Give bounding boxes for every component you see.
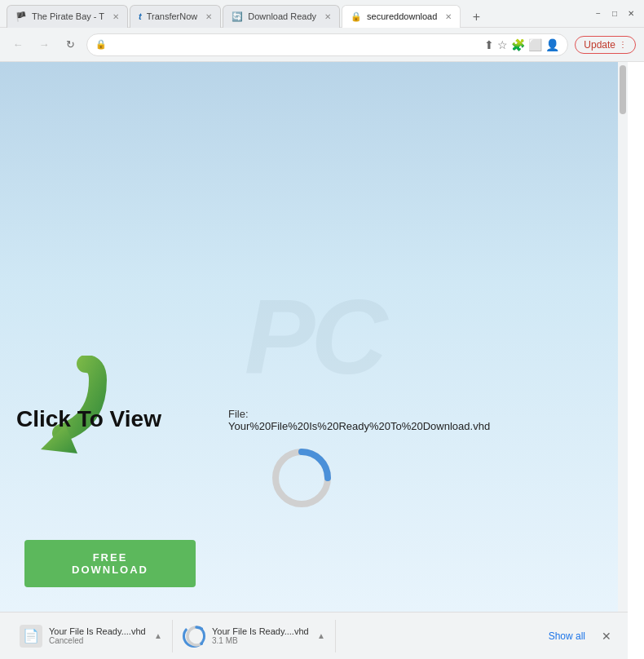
piratebay-tab-close[interactable]: ✕ — [112, 12, 119, 21]
download-bar: 📄 Your File Is Ready....vhd Canceled ▲ Y… — [0, 612, 628, 659]
tab-secureddownload[interactable]: 🔒 secureddownload ✕ — [342, 5, 461, 28]
download-item-1-status: Canceled — [49, 636, 148, 645]
spinner-icon — [185, 625, 203, 648]
lock-icon: 🔒 — [95, 39, 107, 50]
file-icon: 📄 — [23, 628, 39, 644]
update-label: Update — [584, 39, 615, 51]
download-item-2-spinner — [183, 625, 205, 648]
download-item-1-info: Your File Is Ready....vhd Canceled — [49, 626, 148, 645]
download-bar-close-button[interactable]: ✕ — [595, 630, 618, 643]
back-button[interactable]: ← — [8, 35, 28, 55]
progress-circle-icon — [269, 445, 334, 511]
downloadready-tab-icon: 🔄 — [232, 11, 243, 22]
address-bar-row: ← → ↻ 🔒 ⬆ ☆ 🧩 ⬜ 👤 Update ⋮ — [0, 28, 644, 62]
close-button[interactable]: ✕ — [624, 7, 637, 20]
transfernow-tab-label: TransferNow — [147, 11, 198, 21]
address-input[interactable]: 🔒 ⬆ ☆ 🧩 ⬜ 👤 — [86, 33, 568, 56]
file-info: File: Your%20File%20Is%20Ready%20To%20Do… — [228, 408, 490, 432]
secureddownload-tab-icon: 🔒 — [351, 11, 362, 22]
download-item-2-name: Your File Is Ready....vhd — [212, 626, 311, 636]
extensions-icon[interactable]: 🧩 — [511, 38, 525, 51]
update-button[interactable]: Update ⋮ — [575, 36, 636, 54]
download-item-1-chevron[interactable]: ▲ — [154, 631, 162, 640]
scrollbar-thumb[interactable] — [620, 65, 626, 114]
transfernow-tab-close[interactable]: ✕ — [205, 12, 212, 21]
title-bar: 🏴 The Pirate Bay - T ✕ t TransferNow ✕ 🔄… — [0, 0, 644, 28]
download-item-2: Your File Is Ready....vhd 3.1 MB ▲ — [173, 620, 336, 652]
piratebay-tab-label: The Pirate Bay - T — [32, 11, 104, 21]
file-label: File: — [228, 408, 490, 420]
downloadready-tab-label: Download Ready — [248, 11, 316, 21]
watermark: PC — [245, 276, 384, 398]
progress-circle-container — [269, 445, 334, 514]
new-tab-button[interactable]: + — [465, 7, 487, 28]
forward-button[interactable]: → — [34, 35, 54, 55]
star-icon[interactable]: ☆ — [497, 38, 508, 51]
tab-transfernow[interactable]: t TransferNow ✕ — [130, 5, 221, 28]
minimize-button[interactable]: − — [592, 7, 605, 20]
tab-piratebay[interactable]: 🏴 The Pirate Bay - T ✕ — [7, 5, 128, 28]
transfernow-tab-icon: t — [139, 11, 142, 21]
scrollbar[interactable] — [618, 62, 628, 612]
address-actions: ⬆ ☆ 🧩 ⬜ 👤 — [484, 38, 559, 51]
download-btn-container: FREE DOWNLOAD — [24, 540, 196, 587]
file-name: Your%20File%20Is%20Ready%20To%20Download… — [228, 420, 490, 432]
download-item-1-icon: 📄 — [20, 625, 42, 648]
maximize-button[interactable]: □ — [608, 7, 621, 20]
reload-button[interactable]: ↻ — [60, 35, 80, 55]
secureddownload-tab-label: secureddownload — [367, 11, 437, 21]
download-item-2-size: 3.1 MB — [212, 636, 311, 645]
page-content: PC Click To View File: Your%20File%20Is%… — [0, 62, 628, 612]
window-controls: − □ ✕ — [592, 7, 637, 20]
share-icon[interactable]: ⬆ — [484, 38, 494, 51]
download-item-2-info: Your File Is Ready....vhd 3.1 MB — [212, 626, 311, 645]
download-item-1-name: Your File Is Ready....vhd — [49, 626, 148, 636]
profile-icon[interactable]: 👤 — [545, 38, 559, 51]
show-all-button[interactable]: Show all — [539, 630, 595, 642]
downloadready-tab-close[interactable]: ✕ — [324, 12, 331, 21]
update-dots-icon: ⋮ — [619, 40, 627, 49]
tab-downloadready[interactable]: 🔄 Download Ready ✕ — [223, 5, 340, 28]
download-item-1: 📄 Your File Is Ready....vhd Canceled ▲ — [10, 620, 173, 652]
secureddownload-tab-close[interactable]: ✕ — [445, 12, 452, 21]
click-to-view-text: Click To View — [16, 406, 161, 432]
sidebar-icon[interactable]: ⬜ — [528, 38, 542, 51]
tab-strip: 🏴 The Pirate Bay - T ✕ t TransferNow ✕ 🔄… — [7, 0, 585, 28]
download-item-2-chevron[interactable]: ▲ — [317, 631, 325, 640]
free-download-button[interactable]: FREE DOWNLOAD — [24, 540, 196, 587]
piratebay-tab-icon: 🏴 — [15, 11, 27, 22]
